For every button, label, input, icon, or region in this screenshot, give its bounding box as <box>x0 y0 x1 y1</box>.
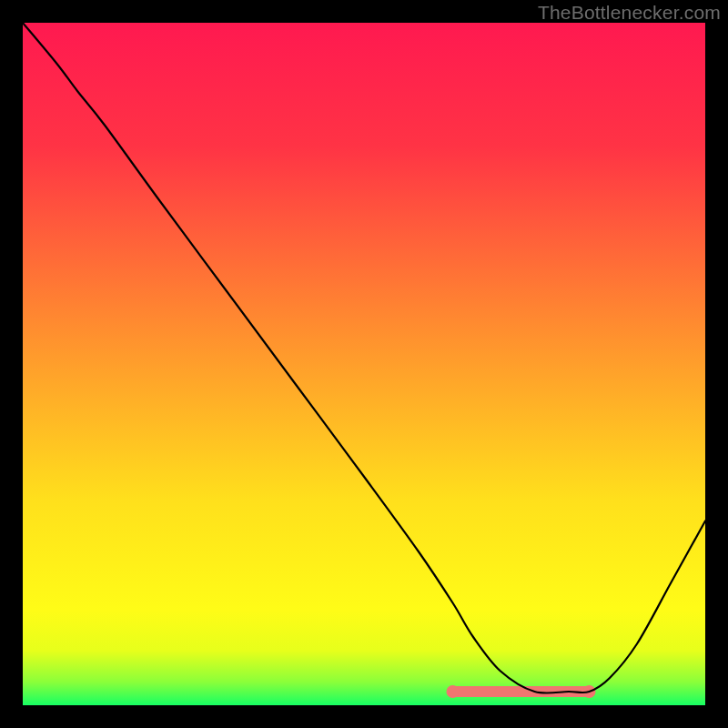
plot-area <box>23 23 705 705</box>
curve-layer <box>23 23 705 705</box>
svg-point-1 <box>447 685 460 698</box>
bottleneck-curve <box>23 23 705 693</box>
svg-point-6 <box>540 688 548 696</box>
svg-point-3 <box>471 688 480 696</box>
watermark-text: TheBottlenecker.com <box>538 2 721 24</box>
svg-point-4 <box>494 688 502 696</box>
svg-point-5 <box>517 688 525 696</box>
chart-frame: TheBottlenecker.com <box>0 0 728 728</box>
